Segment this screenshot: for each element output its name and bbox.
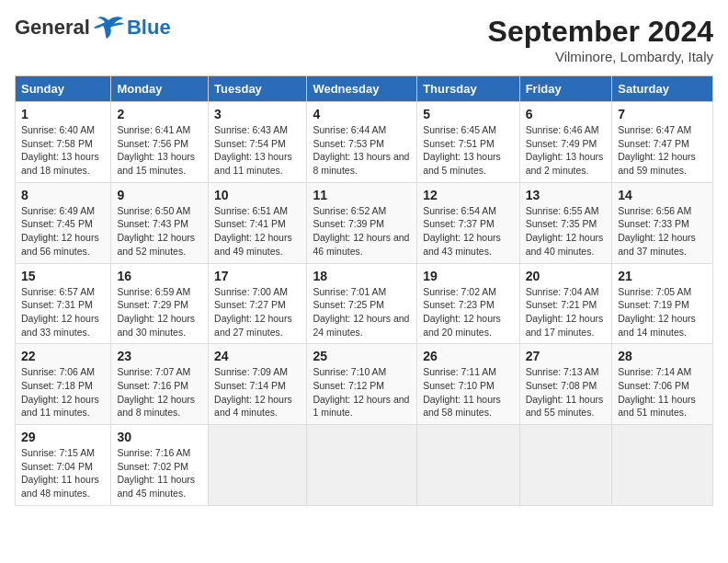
day-number: 5 — [423, 107, 513, 121]
page-header: General Blue September 2024 Vilminore, L… — [15, 15, 713, 64]
day-info: Sunrise: 6:57 AMSunset: 7:31 PMDaylight:… — [21, 286, 99, 338]
logo-general: General — [15, 16, 90, 40]
table-row: 29 Sunrise: 7:15 AMSunset: 7:04 PMDaylig… — [16, 425, 111, 506]
day-info: Sunrise: 7:04 AMSunset: 7:21 PMDaylight:… — [526, 286, 604, 338]
day-info: Sunrise: 7:16 AMSunset: 7:02 PMDaylight:… — [117, 447, 195, 499]
calendar-row-week5: 29 Sunrise: 7:15 AMSunset: 7:04 PMDaylig… — [16, 425, 713, 506]
day-info: Sunrise: 7:14 AMSunset: 7:06 PMDaylight:… — [618, 366, 696, 418]
day-info: Sunrise: 7:06 AMSunset: 7:18 PMDaylight:… — [21, 366, 99, 418]
day-info: Sunrise: 7:07 AMSunset: 7:16 PMDaylight:… — [117, 366, 195, 418]
table-row: 13 Sunrise: 6:55 AMSunset: 7:35 PMDaylig… — [519, 182, 612, 263]
logo-bird-icon — [92, 15, 125, 40]
header-wednesday: Wednesday — [307, 76, 417, 102]
table-row: 2 Sunrise: 6:41 AMSunset: 7:56 PMDayligh… — [111, 102, 209, 183]
table-row: 5 Sunrise: 6:45 AMSunset: 7:51 PMDayligh… — [417, 102, 519, 183]
day-info: Sunrise: 6:47 AMSunset: 7:47 PMDaylight:… — [618, 124, 696, 176]
day-info: Sunrise: 6:41 AMSunset: 7:56 PMDaylight:… — [117, 124, 195, 176]
table-row: 16 Sunrise: 6:59 AMSunset: 7:29 PMDaylig… — [111, 263, 209, 344]
day-number: 10 — [214, 188, 301, 202]
day-info: Sunrise: 7:05 AMSunset: 7:19 PMDaylight:… — [618, 286, 696, 338]
day-info: Sunrise: 6:49 AMSunset: 7:45 PMDaylight:… — [21, 205, 99, 257]
table-row: 4 Sunrise: 6:44 AMSunset: 7:53 PMDayligh… — [307, 102, 417, 183]
header-saturday: Saturday — [612, 76, 713, 102]
day-info: Sunrise: 7:13 AMSunset: 7:08 PMDaylight:… — [526, 366, 604, 418]
table-row: 12 Sunrise: 6:54 AMSunset: 7:37 PMDaylig… — [417, 182, 519, 263]
day-info: Sunrise: 6:45 AMSunset: 7:51 PMDaylight:… — [423, 124, 501, 176]
day-number: 17 — [214, 269, 301, 283]
day-number: 4 — [313, 107, 411, 121]
day-info: Sunrise: 7:00 AMSunset: 7:27 PMDaylight:… — [214, 286, 292, 338]
table-row: 22 Sunrise: 7:06 AMSunset: 7:18 PMDaylig… — [16, 344, 111, 425]
calendar-row-week2: 8 Sunrise: 6:49 AMSunset: 7:45 PMDayligh… — [16, 182, 713, 263]
day-info: Sunrise: 7:01 AMSunset: 7:25 PMDaylight:… — [313, 286, 409, 338]
day-number: 18 — [313, 269, 411, 283]
day-number: 26 — [423, 349, 513, 363]
header-tuesday: Tuesday — [209, 76, 307, 102]
table-row: 7 Sunrise: 6:47 AMSunset: 7:47 PMDayligh… — [612, 102, 713, 183]
calendar-table: Sunday Monday Tuesday Wednesday Thursday… — [15, 75, 713, 506]
table-row: 3 Sunrise: 6:43 AMSunset: 7:54 PMDayligh… — [209, 102, 307, 183]
day-number: 11 — [313, 188, 411, 202]
day-info: Sunrise: 7:02 AMSunset: 7:23 PMDaylight:… — [423, 286, 501, 338]
day-info: Sunrise: 6:59 AMSunset: 7:29 PMDaylight:… — [117, 286, 195, 338]
table-row: 18 Sunrise: 7:01 AMSunset: 7:25 PMDaylig… — [307, 263, 417, 344]
day-number: 20 — [526, 269, 607, 283]
day-info: Sunrise: 6:56 AMSunset: 7:33 PMDaylight:… — [618, 205, 696, 257]
table-row: 30 Sunrise: 7:16 AMSunset: 7:02 PMDaylig… — [111, 425, 209, 506]
table-row: 14 Sunrise: 6:56 AMSunset: 7:33 PMDaylig… — [612, 182, 713, 263]
calendar-row-week1: 1 Sunrise: 6:40 AMSunset: 7:58 PMDayligh… — [16, 102, 713, 183]
day-number: 7 — [618, 107, 707, 121]
header-monday: Monday — [111, 76, 209, 102]
table-row: 1 Sunrise: 6:40 AMSunset: 7:58 PMDayligh… — [16, 102, 111, 183]
day-number: 24 — [214, 349, 301, 363]
day-number: 23 — [117, 349, 202, 363]
day-info: Sunrise: 7:11 AMSunset: 7:10 PMDaylight:… — [423, 366, 501, 418]
day-number: 14 — [618, 188, 707, 202]
day-number: 21 — [618, 269, 707, 283]
calendar-row-week4: 22 Sunrise: 7:06 AMSunset: 7:18 PMDaylig… — [16, 344, 713, 425]
day-info: Sunrise: 6:54 AMSunset: 7:37 PMDaylight:… — [423, 205, 501, 257]
day-number: 27 — [526, 349, 607, 363]
day-number: 19 — [423, 269, 513, 283]
day-number: 8 — [21, 188, 105, 202]
logo: General Blue — [15, 15, 171, 40]
day-number: 6 — [526, 107, 607, 121]
day-number: 15 — [21, 269, 105, 283]
table-row: 9 Sunrise: 6:50 AMSunset: 7:43 PMDayligh… — [111, 182, 209, 263]
table-row: 8 Sunrise: 6:49 AMSunset: 7:45 PMDayligh… — [16, 182, 111, 263]
calendar-row-week3: 15 Sunrise: 6:57 AMSunset: 7:31 PMDaylig… — [16, 263, 713, 344]
day-number: 1 — [21, 107, 105, 121]
day-info: Sunrise: 6:46 AMSunset: 7:49 PMDaylight:… — [526, 124, 604, 176]
day-number: 30 — [117, 430, 202, 444]
table-row: 6 Sunrise: 6:46 AMSunset: 7:49 PMDayligh… — [519, 102, 612, 183]
table-row: 21 Sunrise: 7:05 AMSunset: 7:19 PMDaylig… — [612, 263, 713, 344]
logo-text: General Blue — [15, 15, 171, 40]
table-row: 10 Sunrise: 6:51 AMSunset: 7:41 PMDaylig… — [209, 182, 307, 263]
day-number: 16 — [117, 269, 202, 283]
table-row: 20 Sunrise: 7:04 AMSunset: 7:21 PMDaylig… — [519, 263, 612, 344]
table-row — [209, 425, 307, 506]
day-info: Sunrise: 7:09 AMSunset: 7:14 PMDaylight:… — [214, 366, 292, 418]
header-friday: Friday — [519, 76, 612, 102]
table-row: 27 Sunrise: 7:13 AMSunset: 7:08 PMDaylig… — [519, 344, 612, 425]
day-number: 29 — [21, 430, 105, 444]
table-row — [417, 425, 519, 506]
table-row: 25 Sunrise: 7:10 AMSunset: 7:12 PMDaylig… — [307, 344, 417, 425]
table-row: 23 Sunrise: 7:07 AMSunset: 7:16 PMDaylig… — [111, 344, 209, 425]
day-number: 12 — [423, 188, 513, 202]
logo-blue: Blue — [127, 16, 171, 40]
day-info: Sunrise: 6:52 AMSunset: 7:39 PMDaylight:… — [313, 205, 409, 257]
table-row — [612, 425, 713, 506]
table-row: 28 Sunrise: 7:14 AMSunset: 7:06 PMDaylig… — [612, 344, 713, 425]
day-info: Sunrise: 6:40 AMSunset: 7:58 PMDaylight:… — [21, 124, 99, 176]
table-row — [307, 425, 417, 506]
table-row: 17 Sunrise: 7:00 AMSunset: 7:27 PMDaylig… — [209, 263, 307, 344]
day-info: Sunrise: 6:51 AMSunset: 7:41 PMDaylight:… — [214, 205, 292, 257]
day-info: Sunrise: 6:55 AMSunset: 7:35 PMDaylight:… — [526, 205, 604, 257]
day-info: Sunrise: 7:10 AMSunset: 7:12 PMDaylight:… — [313, 366, 409, 418]
calendar-subtitle: Vilminore, Lombardy, Italy — [488, 49, 713, 64]
day-info: Sunrise: 7:15 AMSunset: 7:04 PMDaylight:… — [21, 447, 99, 499]
day-number: 2 — [117, 107, 202, 121]
day-info: Sunrise: 6:43 AMSunset: 7:54 PMDaylight:… — [214, 124, 292, 176]
calendar-title: September 2024 — [488, 15, 713, 49]
